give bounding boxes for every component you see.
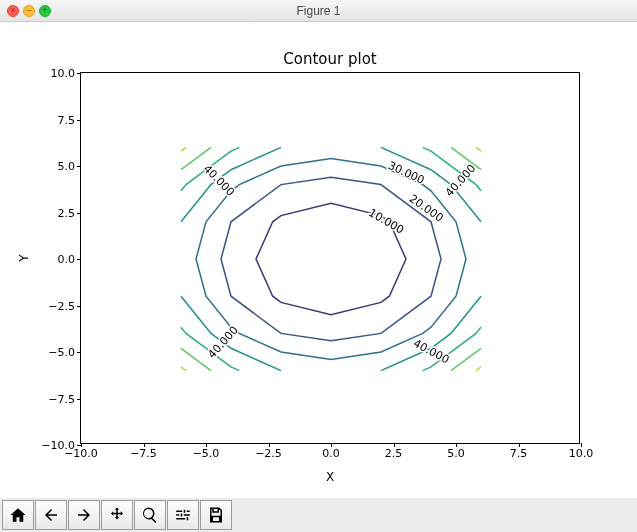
window-title: Figure 1 xyxy=(0,4,637,18)
contour-label: 10.000 xyxy=(366,206,406,237)
y-tick: −10.0 xyxy=(41,439,75,452)
contour-label: 40.000 xyxy=(443,162,478,199)
contour-line xyxy=(181,367,186,371)
x-tick: −5.0 xyxy=(193,447,220,460)
move-icon xyxy=(108,506,126,524)
x-tick: 2.5 xyxy=(385,447,403,460)
y-tick: 2.5 xyxy=(58,206,76,219)
pan-button[interactable] xyxy=(101,500,133,530)
save-button[interactable] xyxy=(200,500,232,530)
sliders-icon xyxy=(174,506,192,524)
y-tick: 5.0 xyxy=(58,160,76,173)
contour-line xyxy=(476,367,481,371)
contour-label: 40.000 xyxy=(205,324,240,361)
contour-label: 40.000 xyxy=(201,162,237,198)
forward-button[interactable] xyxy=(68,500,100,530)
x-tick: −2.5 xyxy=(255,447,282,460)
y-tick: −7.5 xyxy=(48,392,75,405)
zoom-icon xyxy=(141,506,159,524)
y-tick: 0.0 xyxy=(58,253,76,266)
window-titlebar: × – + Figure 1 xyxy=(0,0,637,22)
y-tick: −5.0 xyxy=(48,346,75,359)
configure-button[interactable] xyxy=(167,500,199,530)
toolbar xyxy=(0,498,637,532)
traffic-lights: × – + xyxy=(7,5,51,17)
x-tick: 5.0 xyxy=(447,447,465,460)
chart-title: Contour plot xyxy=(80,50,580,68)
contour-svg: 10.00020.00030.00040.00040.00040.00040.0… xyxy=(81,73,581,445)
x-axis-label: X xyxy=(80,470,580,484)
close-window-button[interactable]: × xyxy=(7,5,19,17)
x-tick: 10.0 xyxy=(569,447,594,460)
arrow-right-icon xyxy=(75,506,93,524)
contour-line xyxy=(451,348,481,370)
figure-canvas[interactable]: Contour plot Y X 10.00020.00030.00040.00… xyxy=(0,22,637,498)
x-tick: 0.0 xyxy=(322,447,340,460)
contour-line xyxy=(181,147,186,151)
y-tick: 7.5 xyxy=(58,113,76,126)
save-icon xyxy=(207,506,225,524)
home-button[interactable] xyxy=(2,500,34,530)
contour-label: 30.000 xyxy=(386,159,426,187)
plot-area[interactable]: 10.00020.00030.00040.00040.00040.00040.0… xyxy=(80,72,580,444)
y-axis-label: Y xyxy=(20,72,27,444)
contour-label: 40.000 xyxy=(411,337,451,367)
back-button[interactable] xyxy=(35,500,67,530)
y-tick: −2.5 xyxy=(48,299,75,312)
x-tick: −7.5 xyxy=(130,447,157,460)
zoom-button[interactable] xyxy=(134,500,166,530)
zoom-window-button[interactable]: + xyxy=(39,5,51,17)
home-icon xyxy=(9,506,27,524)
minimize-window-button[interactable]: – xyxy=(23,5,35,17)
x-tick: 7.5 xyxy=(510,447,528,460)
y-tick: 10.0 xyxy=(51,67,76,80)
arrow-left-icon xyxy=(42,506,60,524)
contour-line xyxy=(476,147,481,151)
